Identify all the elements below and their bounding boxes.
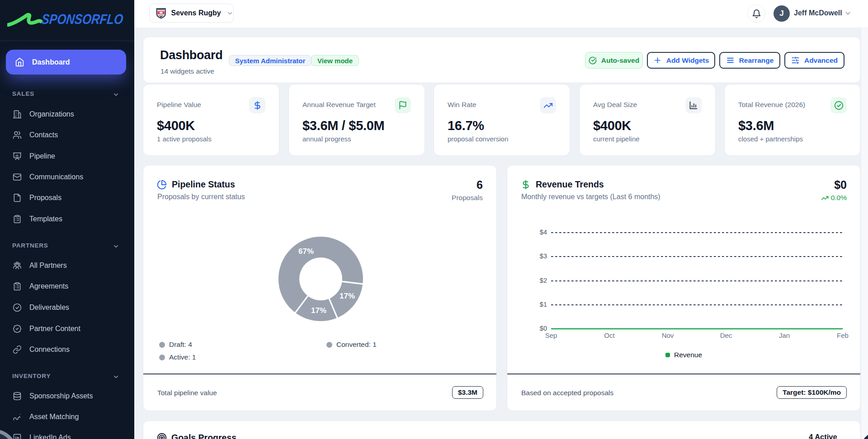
svg-text:17%: 17% (340, 292, 355, 300)
svg-text:17%: 17% (311, 306, 326, 315)
svg-text:67%: 67% (298, 247, 314, 256)
